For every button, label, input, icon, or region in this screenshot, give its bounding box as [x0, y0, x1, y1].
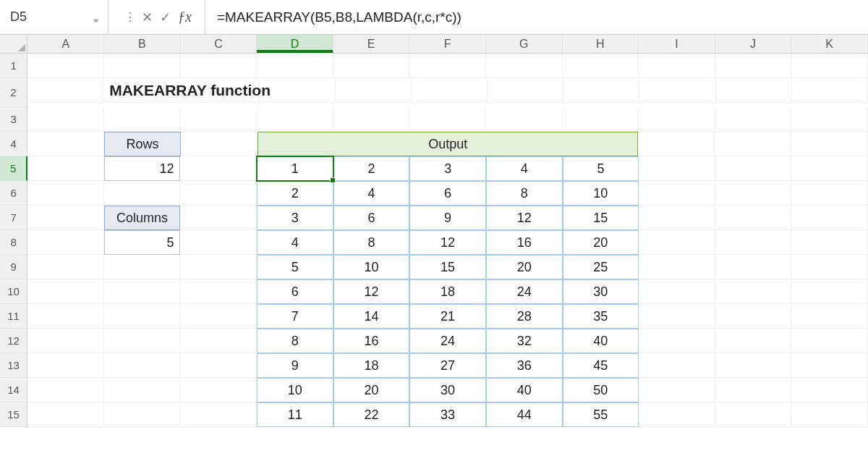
fill-handle[interactable]	[330, 177, 336, 183]
output-cell-H15[interactable]: 55	[563, 402, 639, 427]
row-header-11[interactable]: 11	[0, 304, 27, 329]
cell-A6[interactable]	[27, 181, 104, 206]
output-cell-G12[interactable]: 32	[486, 329, 563, 353]
cell-C7[interactable]	[180, 206, 257, 230]
cell-A5[interactable]	[27, 156, 104, 181]
row-header-13[interactable]: 13	[0, 353, 27, 378]
cell-K14[interactable]	[791, 378, 868, 402]
column-header-H[interactable]: H	[563, 35, 639, 53]
column-header-B[interactable]: B	[104, 35, 181, 53]
output-cell-E13[interactable]: 18	[333, 353, 410, 378]
column-header-I[interactable]: I	[639, 35, 715, 53]
cell-D3[interactable]	[257, 107, 333, 132]
row-header-2[interactable]: 2	[0, 78, 27, 107]
cell-I5[interactable]	[639, 156, 715, 181]
cell-A8[interactable]	[27, 230, 104, 255]
cell-I11[interactable]	[639, 304, 715, 329]
cell-B3[interactable]	[104, 107, 181, 132]
cell-A15[interactable]	[27, 402, 104, 427]
cell-B13[interactable]	[104, 353, 181, 378]
cell-A10[interactable]	[27, 279, 104, 304]
cell-K10[interactable]	[791, 279, 868, 304]
columns-value[interactable]: 5	[104, 230, 181, 255]
cell-K13[interactable]	[791, 353, 868, 378]
output-cell-G6[interactable]: 8	[486, 181, 563, 206]
output-cell-H10[interactable]: 30	[563, 279, 639, 304]
enter-icon[interactable]: ✓	[160, 9, 171, 25]
output-cell-E14[interactable]: 20	[333, 378, 410, 402]
cell-I13[interactable]	[639, 353, 715, 378]
cell-B6[interactable]	[104, 181, 181, 206]
output-cell-G8[interactable]: 16	[486, 230, 563, 255]
output-cell-H11[interactable]: 35	[563, 304, 639, 329]
cell-B9[interactable]	[104, 255, 181, 279]
cell-E1[interactable]	[333, 54, 410, 78]
cell-A11[interactable]	[27, 304, 104, 329]
cell-I3[interactable]	[639, 107, 715, 132]
cell-B12[interactable]	[104, 329, 181, 353]
cell-A1[interactable]	[27, 54, 104, 78]
output-cell-H12[interactable]: 40	[563, 329, 639, 353]
cell-E2[interactable]	[336, 78, 412, 103]
cell-B1[interactable]	[104, 54, 181, 78]
output-cell-D8[interactable]: 4	[257, 230, 333, 255]
cell-K3[interactable]	[791, 107, 868, 132]
output-cell-E15[interactable]: 22	[333, 402, 410, 427]
cell-F2[interactable]	[412, 78, 488, 103]
fx-icon[interactable]: ƒx	[178, 9, 195, 25]
cell-J14[interactable]	[715, 378, 792, 402]
cell-C3[interactable]	[180, 107, 257, 132]
cell-I4[interactable]	[638, 132, 715, 156]
formula-input[interactable]: =MAKEARRAY(B5,B8,LAMBDA(r,c,r*c))	[205, 9, 868, 25]
row-header-7[interactable]: 7	[0, 206, 27, 230]
column-header-E[interactable]: E	[333, 35, 410, 53]
output-cell-H6[interactable]: 10	[563, 181, 639, 206]
cell-C8[interactable]	[180, 230, 257, 255]
output-cell-G9[interactable]: 20	[486, 255, 563, 279]
cell-C5[interactable]	[180, 156, 257, 181]
output-cell-D7[interactable]: 3	[257, 206, 333, 230]
output-cell-E12[interactable]: 16	[333, 329, 410, 353]
row-header-9[interactable]: 9	[0, 255, 27, 279]
cell-A3[interactable]	[27, 107, 104, 132]
output-cell-G5[interactable]: 4	[486, 156, 563, 181]
cell-C6[interactable]	[180, 181, 257, 206]
output-cell-D13[interactable]: 9	[257, 353, 333, 378]
row-header-12[interactable]: 12	[0, 329, 27, 353]
output-cell-F5[interactable]: 3	[409, 156, 486, 181]
cell-C14[interactable]	[180, 378, 257, 402]
cell-J4[interactable]	[715, 132, 791, 156]
column-header-F[interactable]: F	[409, 35, 486, 53]
cell-J15[interactable]	[715, 402, 792, 427]
cell-J6[interactable]	[715, 181, 792, 206]
cell-C9[interactable]	[180, 255, 257, 279]
cell-I6[interactable]	[639, 181, 715, 206]
output-cell-D14[interactable]: 10	[257, 378, 333, 402]
cell-J12[interactable]	[715, 329, 792, 353]
cell-G1[interactable]	[486, 54, 563, 78]
cell-J2[interactable]	[716, 78, 792, 103]
cell-I1[interactable]	[639, 54, 715, 78]
name-box[interactable]: D5 ⌄	[0, 0, 109, 34]
cell-A9[interactable]	[27, 255, 104, 279]
cell-C1[interactable]	[180, 54, 257, 78]
row-header-3[interactable]: 3	[0, 107, 27, 132]
output-cell-F11[interactable]: 21	[409, 304, 486, 329]
cell-D2[interactable]	[259, 78, 335, 103]
output-cell-H7[interactable]: 15	[563, 206, 639, 230]
output-cell-H5[interactable]: 5	[563, 156, 639, 181]
output-cell-G10[interactable]: 24	[486, 279, 563, 304]
cell-J8[interactable]	[715, 230, 792, 255]
column-header-G[interactable]: G	[486, 35, 563, 53]
column-header-C[interactable]: C	[181, 35, 258, 53]
output-cell-D10[interactable]: 6	[257, 279, 333, 304]
row-header-5[interactable]: 5	[0, 156, 27, 181]
output-cell-G14[interactable]: 40	[486, 378, 563, 402]
cell-I15[interactable]	[639, 402, 715, 427]
output-cell-F10[interactable]: 18	[409, 279, 486, 304]
output-cell-E7[interactable]: 6	[333, 206, 410, 230]
cell-H1[interactable]	[563, 54, 639, 78]
cell-C12[interactable]	[180, 329, 257, 353]
cell-J10[interactable]	[715, 279, 792, 304]
output-cell-G11[interactable]: 28	[486, 304, 563, 329]
